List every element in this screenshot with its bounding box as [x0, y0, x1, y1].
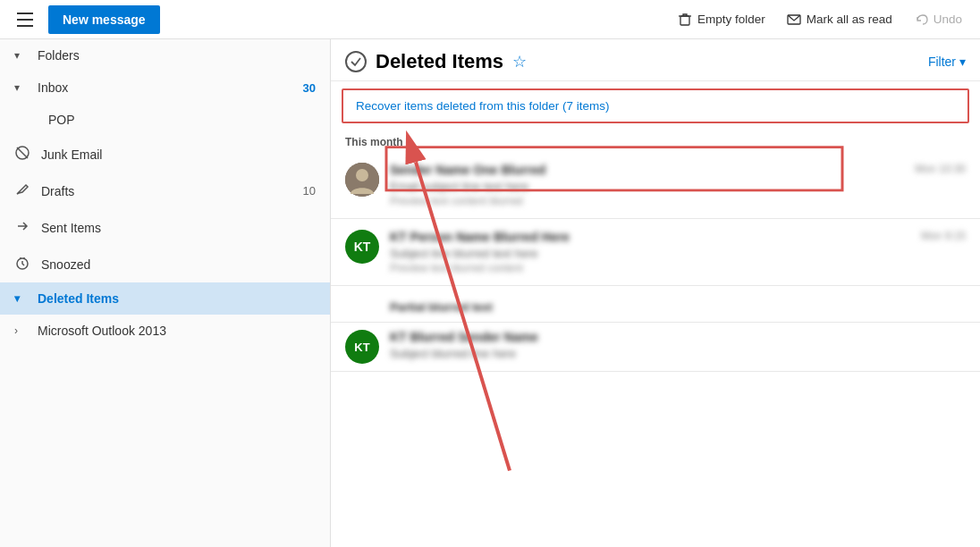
sidebar-junk-label: Junk Email — [41, 147, 316, 162]
chevron-right-icon: › — [14, 324, 30, 337]
sidebar-inbox-label: Inbox — [38, 80, 303, 95]
empty-folder-label: Empty folder — [697, 13, 765, 26]
undo-button[interactable]: Undo — [905, 7, 971, 32]
hamburger-button[interactable] — [9, 4, 41, 36]
email-item[interactable]: KT KT Person Name Blurred Here Subject l… — [331, 219, 980, 286]
envelope-icon — [787, 13, 801, 27]
filter-chevron-icon: ▾ — [959, 55, 966, 69]
email-sender: KT Blurred Sender Name — [390, 330, 966, 344]
inbox-badge: 30 — [303, 81, 316, 95]
avatar: KT — [345, 330, 379, 364]
undo-label: Undo — [934, 13, 962, 26]
email-time: Mon 10:30 — [915, 163, 966, 175]
email-list-panel: Deleted Items ☆ Filter ▾ Recover items d… — [331, 39, 980, 547]
email-meta: Mon 9:15 — [921, 230, 966, 242]
avatar — [345, 163, 379, 197]
email-item[interactable]: Sender Name One Blurred Email subject li… — [331, 152, 980, 219]
new-message-button[interactable]: New message — [48, 5, 160, 34]
email-content: Partial blurred text — [390, 300, 966, 316]
sidebar-item-inbox[interactable]: ▾ Inbox 30 — [0, 72, 330, 104]
junk-icon — [14, 145, 32, 164]
sidebar-outlook2013-label: Microsoft Outlook 2013 — [38, 324, 316, 338]
sent-icon — [14, 218, 32, 237]
email-content: Sender Name One Blurred Email subject li… — [390, 163, 904, 207]
email-subject: Subject blurred line here — [390, 347, 966, 360]
drafts-badge: 10 — [303, 184, 316, 198]
sidebar-item-drafts[interactable]: Drafts 10 — [0, 173, 330, 209]
undo-icon — [914, 13, 928, 27]
sidebar-item-deleted[interactable]: ▾ Deleted Items — [0, 282, 330, 315]
sidebar: ▾ Folders ▾ Inbox 30 POP Junk Email — [0, 39, 331, 547]
email-subject: Subject line blurred text here — [390, 247, 910, 260]
avatar: KT — [345, 230, 379, 264]
email-preview: Preview text content blurred — [390, 195, 904, 207]
chevron-down-icon: ▾ — [14, 49, 30, 62]
mark-all-read-button[interactable]: Mark all as read — [778, 7, 901, 32]
select-all-checkbox[interactable] — [345, 51, 367, 72]
sidebar-deleted-label: Deleted Items — [38, 291, 316, 306]
email-content: KT Person Name Blurred Here Subject line… — [390, 230, 910, 274]
toolbar: New message Empty folder Mark all as rea… — [0, 0, 980, 39]
chevron-down-icon: ▾ — [14, 292, 30, 305]
filter-button[interactable]: Filter ▾ — [928, 55, 966, 69]
snoozed-icon — [14, 255, 32, 274]
recover-banner[interactable]: Recover items deleted from this folder (… — [342, 88, 969, 123]
email-subject: Email subject line text here — [390, 180, 904, 193]
section-label-this-month: This month — [331, 130, 980, 152]
sidebar-item-sent[interactable]: Sent Items — [0, 209, 330, 246]
recover-banner-text: Recover items deleted from this folder (… — [356, 99, 610, 113]
sidebar-drafts-label: Drafts — [41, 184, 303, 198]
svg-line-4 — [17, 147, 28, 158]
drafts-icon — [14, 181, 32, 200]
email-sender: Sender Name One Blurred — [390, 163, 904, 177]
email-time: Mon 9:15 — [921, 230, 966, 242]
sidebar-pop-label: POP — [48, 113, 316, 127]
email-items-list: Sender Name One Blurred Email subject li… — [331, 152, 980, 547]
trash-icon — [678, 13, 692, 27]
svg-rect-0 — [680, 16, 689, 25]
avatar-photo — [345, 163, 379, 197]
email-item[interactable]: Partial blurred text — [331, 286, 980, 323]
sidebar-snoozed-label: Snoozed — [41, 257, 316, 272]
sidebar-item-snoozed[interactable]: Snoozed — [0, 246, 330, 282]
email-meta: Mon 10:30 — [915, 163, 966, 175]
main-layout: ▾ Folders ▾ Inbox 30 POP Junk Email — [0, 39, 980, 547]
filter-label: Filter — [928, 55, 956, 69]
mark-all-read-label: Mark all as read — [807, 13, 892, 26]
email-list-header: Deleted Items ☆ Filter ▾ — [331, 39, 980, 81]
sidebar-item-folders[interactable]: ▾ Folders — [0, 39, 330, 72]
chevron-down-icon: ▾ — [14, 81, 30, 94]
sidebar-sent-label: Sent Items — [41, 221, 316, 235]
svg-point-9 — [356, 169, 368, 181]
email-sender: KT Person Name Blurred Here — [390, 230, 910, 244]
email-preview: Preview text blurred content — [390, 262, 910, 274]
check-icon — [350, 55, 362, 68]
email-sender: Partial blurred text — [390, 300, 966, 314]
empty-folder-button[interactable]: Empty folder — [669, 7, 774, 32]
email-item[interactable]: KT KT Blurred Sender Name Subject blurre… — [331, 323, 980, 372]
sidebar-folders-label: Folders — [38, 48, 316, 63]
folder-title: Deleted Items — [376, 50, 503, 73]
sidebar-item-pop[interactable]: POP — [0, 104, 330, 136]
sidebar-item-junk[interactable]: Junk Email — [0, 136, 330, 173]
sidebar-item-outlook2013[interactable]: › Microsoft Outlook 2013 — [0, 315, 330, 347]
email-content: KT Blurred Sender Name Subject blurred l… — [390, 330, 966, 362]
star-icon[interactable]: ☆ — [512, 52, 527, 72]
